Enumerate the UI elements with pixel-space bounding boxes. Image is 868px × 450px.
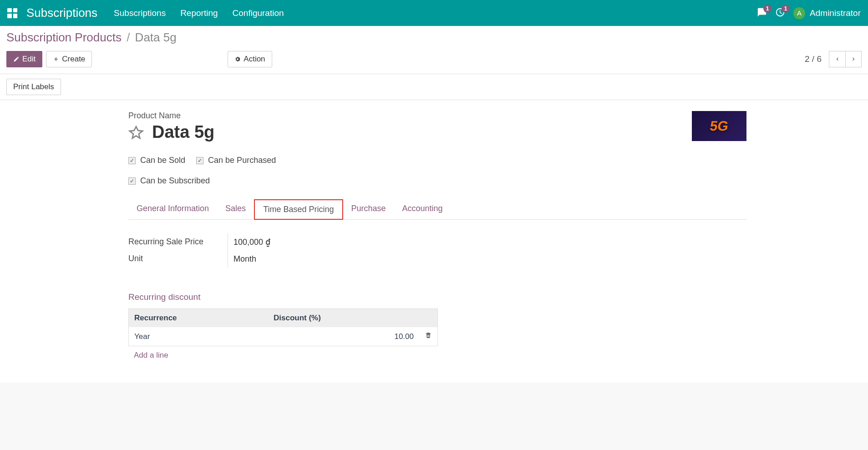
user-menu[interactable]: A Administrator (793, 7, 861, 19)
nav-subscriptions[interactable]: Subscriptions (114, 8, 166, 18)
checkbox-checked-icon: ✓ (128, 177, 136, 185)
pager-prev[interactable] (829, 51, 845, 67)
create-button[interactable]: Create (46, 51, 92, 67)
th-recurrence: Recurrence (129, 309, 268, 328)
product-title: Data 5g (152, 122, 214, 142)
pencil-icon (13, 56, 20, 62)
tab-accounting[interactable]: Accounting (394, 199, 451, 219)
breadcrumb: Subscription Products / Data 5g (6, 30, 862, 45)
unit-label: Unit (128, 254, 228, 263)
print-labels-button[interactable]: Print Labels (6, 79, 61, 95)
plus-icon (53, 56, 59, 62)
add-a-line[interactable]: Add a line (128, 346, 174, 364)
table-row[interactable]: Year 10.00 (129, 327, 438, 346)
cell-discount: 10.00 (268, 327, 419, 346)
checkbox-checked-icon: ✓ (128, 157, 136, 164)
tab-sales[interactable]: Sales (217, 199, 254, 219)
recurring-price-value: 100,000 ₫ (233, 237, 270, 247)
edit-button[interactable]: Edit (6, 51, 42, 67)
messages-icon[interactable]: 1 (757, 7, 767, 19)
discount-table: Recurrence Discount (%) Year 10.00 (128, 308, 438, 346)
th-discount: Discount (%) (268, 309, 419, 328)
nav-configuration[interactable]: Configuration (233, 8, 284, 18)
pager-text[interactable]: 2 / 6 (805, 54, 822, 64)
tabs: General Information Sales Time Based Pri… (128, 199, 746, 220)
chevron-left-icon (834, 56, 841, 62)
activities-icon[interactable]: 1 (775, 7, 785, 19)
activities-badge: 1 (782, 5, 790, 13)
tab-general-information[interactable]: General Information (128, 199, 217, 219)
gear-icon (234, 56, 241, 62)
unit-value: Month (233, 254, 256, 264)
avatar: A (793, 7, 805, 19)
chevron-right-icon (850, 56, 857, 62)
pager-next[interactable] (845, 51, 862, 67)
can-be-subscribed-checkbox[interactable]: ✓ Can be Subscribed (128, 176, 210, 186)
tab-time-based-pricing[interactable]: Time Based Pricing (254, 199, 343, 220)
action-button[interactable]: Action (228, 51, 272, 67)
trash-icon[interactable] (425, 332, 432, 339)
breadcrumb-parent[interactable]: Subscription Products (6, 30, 122, 44)
brand-title: Subscriptions (26, 6, 97, 20)
can-be-purchased-checkbox[interactable]: ✓ Can be Purchased (196, 156, 276, 165)
can-be-sold-checkbox[interactable]: ✓ Can be Sold (128, 156, 185, 165)
recurring-price-label: Recurring Sale Price (128, 237, 228, 247)
breadcrumb-current: Data 5g (135, 30, 177, 44)
cell-recurrence: Year (129, 327, 268, 346)
nav-reporting[interactable]: Reporting (180, 8, 218, 18)
favorite-star-icon[interactable] (128, 125, 144, 140)
product-name-label: Product Name (128, 111, 683, 121)
tab-purchase[interactable]: Purchase (343, 199, 394, 219)
user-name: Administrator (810, 8, 861, 18)
messages-badge: 1 (763, 5, 772, 13)
recurring-discount-title: Recurring discount (128, 292, 746, 302)
apps-icon[interactable] (7, 8, 17, 18)
checkbox-checked-icon: ✓ (196, 157, 203, 164)
product-image[interactable]: 5G (692, 111, 746, 141)
